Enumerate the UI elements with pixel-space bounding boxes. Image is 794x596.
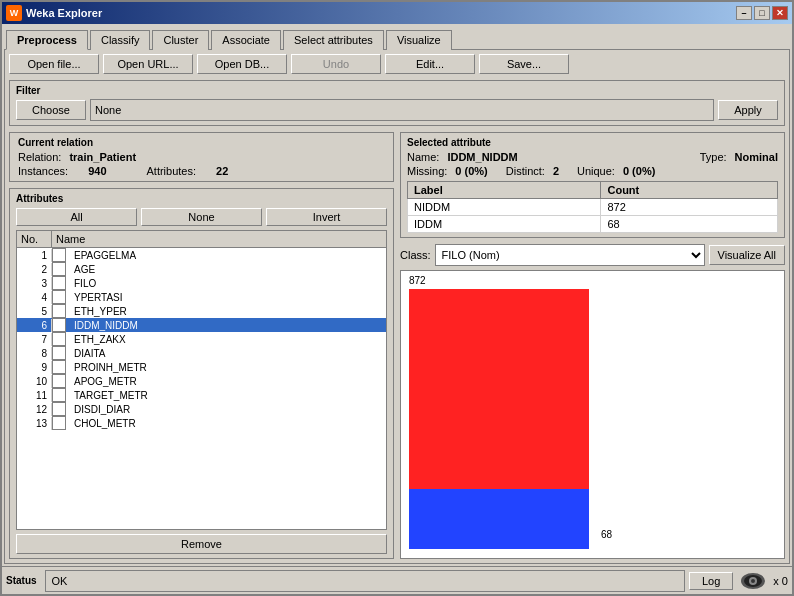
attr-no: 7 [17,333,52,346]
class-label: Class: [400,249,431,261]
attr-checkbox[interactable] [52,276,66,290]
relation-row2: Instances: 940 Attributes: 22 [18,165,385,177]
distinct-label: Distinct: [506,165,545,177]
chart-bar-niddm [409,289,589,489]
table-row[interactable]: 10 APOG_METR [17,374,386,388]
tab-visualize[interactable]: Visualize [386,30,452,50]
open-url-button[interactable]: Open URL... [103,54,193,74]
table-row[interactable]: 13 CHOL_METR [17,416,386,430]
attr-name: APOG_METR [68,375,386,388]
relation-label: Relation: [18,151,61,163]
invert-button[interactable]: Invert [266,208,387,226]
tab-preprocess[interactable]: Preprocess [6,30,88,50]
open-db-button[interactable]: Open DB... [197,54,287,74]
table-col-count: Count [601,182,778,199]
attr-checkbox[interactable] [52,402,66,416]
visualize-all-button[interactable]: Visualize All [709,245,786,265]
chart-label-872: 872 [409,275,426,286]
attr-checkbox[interactable] [52,360,66,374]
table-row[interactable]: 8 DIAITA [17,346,386,360]
attr-checkbox[interactable] [52,318,66,332]
class-select[interactable]: FILO (Nom) [435,244,705,266]
attr-no: 8 [17,347,52,360]
maximize-button[interactable]: □ [754,6,770,20]
table-row[interactable]: 5 ETH_YPER [17,304,386,318]
attr-data-tbody: NIDDM872IDDM68 [408,199,778,233]
attr-name: DIAITA [68,347,386,360]
status-value: OK [45,570,685,592]
attr-name: TARGET_METR [68,389,386,402]
attr-checkbox[interactable] [52,346,66,360]
undo-button[interactable]: Undo [291,54,381,74]
table-row[interactable]: 1 EPAGGELMA [17,248,386,262]
relation-value: train_Patient [69,151,136,163]
attr-name: YPERTASI [68,291,386,304]
attr-name: ETH_ZAKX [68,333,386,346]
main-window: W Weka Explorer – □ ✕ Preprocess Classif… [0,0,794,596]
table-row[interactable]: 7 ETH_ZAKX [17,332,386,346]
instances-value: 940 [88,165,106,177]
attr-checkbox[interactable] [52,290,66,304]
attr-checkbox[interactable] [52,248,66,262]
app-icon: W [6,5,22,21]
log-button[interactable]: Log [689,572,733,590]
tab-bar: Preprocess Classify Cluster Associate Se… [2,26,792,49]
table-row: NIDDM872 [408,199,778,216]
attributes-btn-row: All None Invert [16,208,387,226]
status-bar: Status OK Log x 0 [2,566,792,594]
close-button[interactable]: ✕ [772,6,788,20]
choose-button[interactable]: Choose [16,100,86,120]
chart-bar-iddm [409,489,589,549]
attr-checkbox[interactable] [52,388,66,402]
attr-checkbox[interactable] [52,374,66,388]
tab-classify[interactable]: Classify [90,30,151,50]
distinct-value: 2 [553,165,559,177]
all-button[interactable]: All [16,208,137,226]
attr-no: 11 [17,389,52,402]
name-label: Name: [407,151,439,163]
table-row[interactable]: 2 AGE [17,262,386,276]
tab-associate[interactable]: Associate [211,30,281,50]
current-relation-title: Current relation [18,137,385,148]
attr-name: FILO [68,277,386,290]
table-row[interactable]: 6 IDDM_NIDDM [17,318,386,332]
attr-name: EPAGGELMA [68,249,386,262]
attr-checkbox[interactable] [52,262,66,276]
toolbar: Open file... Open URL... Open DB... Undo… [9,54,785,74]
attr-data-table: Label Count NIDDM872IDDM68 [407,181,778,233]
none-button[interactable]: None [141,208,262,226]
edit-button[interactable]: Edit... [385,54,475,74]
table-row[interactable]: 11 TARGET_METR [17,388,386,402]
remove-button[interactable]: Remove [16,534,387,554]
row-label: IDDM [408,216,601,233]
attr-checkbox[interactable] [52,304,66,318]
attr-no: 12 [17,403,52,416]
attr-no: 10 [17,375,52,388]
table-row[interactable]: 4 YPERTASI [17,290,386,304]
attr-name: ETH_YPER [68,305,386,318]
window-controls[interactable]: – □ ✕ [736,6,788,20]
table-row[interactable]: 9 PROINH_METR [17,360,386,374]
chart-label-68: 68 [601,529,612,540]
tab-content: Open file... Open URL... Open DB... Undo… [4,49,790,564]
tab-cluster[interactable]: Cluster [152,30,209,50]
filter-value: None [90,99,714,121]
attr-col-name: Name [52,231,386,247]
table-row[interactable]: 12 DISDI_DIAR [17,402,386,416]
table-row[interactable]: 3 FILO [17,276,386,290]
class-row: Class: FILO (Nom) Visualize All [400,244,785,266]
attr-no: 2 [17,263,52,276]
weka-logo [737,570,769,592]
left-panel: Current relation Relation: train_Patient… [9,132,394,559]
attr-table-header: No. Name [17,231,386,248]
row-count: 872 [601,199,778,216]
tab-select-attributes[interactable]: Select attributes [283,30,384,50]
attr-name: AGE [68,263,386,276]
attr-info-row2: Missing: 0 (0%) Distinct: 2 Unique: 0 (0… [407,165,778,177]
attr-checkbox[interactable] [52,332,66,346]
minimize-button[interactable]: – [736,6,752,20]
apply-button[interactable]: Apply [718,100,778,120]
save-button[interactable]: Save... [479,54,569,74]
open-file-button[interactable]: Open file... [9,54,99,74]
attr-checkbox[interactable] [52,416,66,430]
